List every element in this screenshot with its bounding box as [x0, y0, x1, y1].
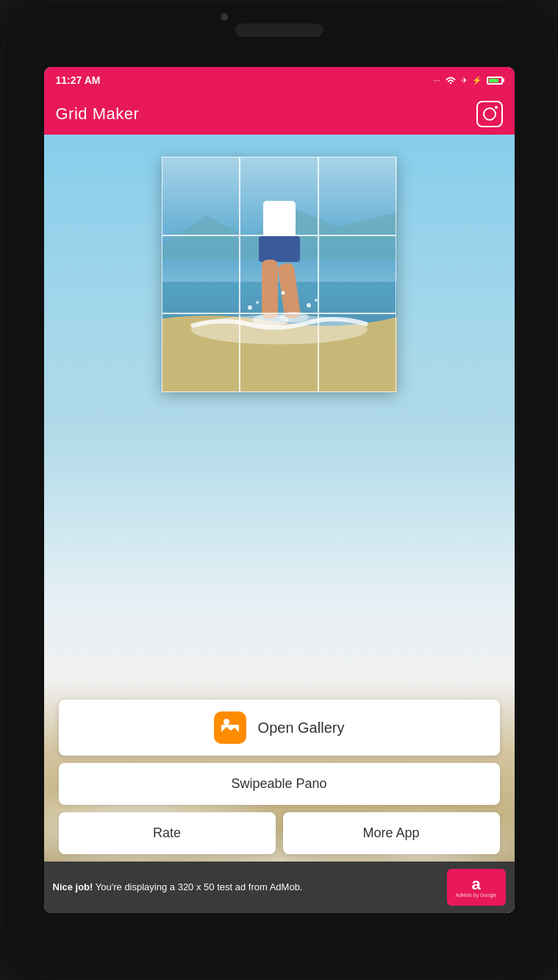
app-title: Grid Maker [56, 104, 140, 124]
admob-logo: a AdMob by Google [447, 869, 506, 906]
svg-point-15 [223, 719, 229, 725]
admob-label: AdMob by Google [455, 892, 496, 898]
gallery-icon [214, 711, 246, 744]
signal-dots-icon: ··· [433, 76, 440, 85]
swipeable-pano-label: Swipeable Pano [231, 776, 326, 791]
open-gallery-button[interactable]: Open Gallery [59, 700, 500, 756]
ad-normal-text: You're displaying a 320 x 50 test ad fro… [96, 881, 303, 892]
open-gallery-label: Open Gallery [258, 720, 345, 736]
grid-cell [240, 313, 318, 392]
status-bar: 11:27 AM ··· ✈ ⚡ [44, 67, 515, 93]
grid-image-container[interactable] [162, 157, 397, 392]
status-time: 11:27 AM [56, 74, 101, 86]
airplane-icon: ✈ [461, 76, 468, 85]
charge-icon: ⚡ [472, 76, 482, 85]
main-content: Open Gallery Swipeable Pano Rate More Ap… [44, 135, 515, 862]
wifi-icon [445, 76, 457, 85]
rate-button[interactable]: Rate [59, 812, 276, 854]
grid-cell [240, 235, 318, 314]
gallery-svg-icon [220, 719, 240, 736]
status-icons: ··· ✈ ⚡ [433, 76, 502, 85]
grid-cell [162, 235, 240, 314]
grid-cell [162, 313, 240, 392]
grid-image [162, 157, 397, 392]
battery-icon [487, 77, 503, 85]
phone-screen: 11:27 AM ··· ✈ ⚡ Grid Maker [44, 67, 515, 913]
swipeable-pano-button[interactable]: Swipeable Pano [59, 763, 500, 805]
instagram-icon[interactable] [476, 101, 503, 127]
app-bar: Grid Maker [44, 93, 515, 135]
more-app-label: More App [362, 825, 419, 840]
ad-bold-text: Nice job! [53, 881, 93, 892]
rate-label: Rate [153, 825, 181, 840]
grid-lines [162, 157, 397, 392]
buttons-area: Open Gallery Swipeable Pano Rate More Ap… [44, 685, 515, 862]
grid-cell [318, 313, 397, 392]
grid-cell [240, 157, 318, 235]
phone-device: 11:27 AM ··· ✈ ⚡ Grid Maker [0, 0, 558, 980]
ad-text: Nice job! You're displaying a 320 x 50 t… [53, 881, 438, 894]
grid-cell [318, 157, 397, 235]
more-app-button[interactable]: More App [283, 812, 500, 854]
grid-cell [318, 235, 397, 314]
camera-dot [221, 13, 228, 21]
grid-cell [162, 157, 240, 235]
ad-banner[interactable]: Nice job! You're displaying a 320 x 50 t… [44, 862, 515, 913]
admob-a-icon: a [471, 876, 480, 892]
bottom-button-row: Rate More App [59, 812, 500, 854]
